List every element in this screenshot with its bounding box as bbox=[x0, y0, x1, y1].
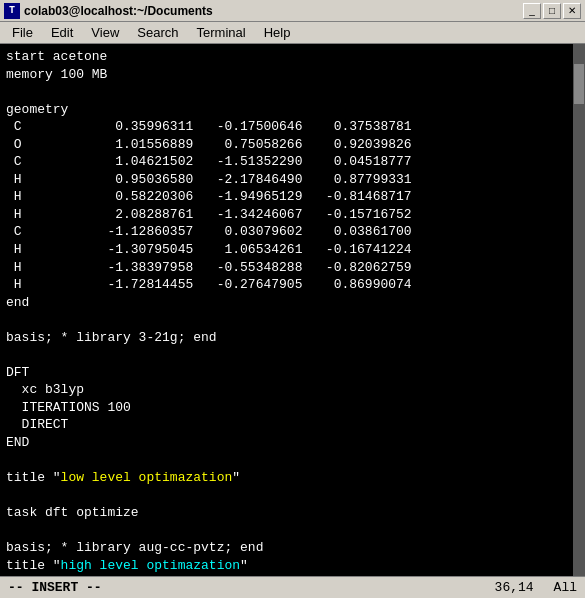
maximize-button[interactable]: □ bbox=[543, 3, 561, 19]
window-controls[interactable]: _ □ ✕ bbox=[523, 3, 581, 19]
menu-help[interactable]: Help bbox=[256, 23, 299, 43]
menu-file[interactable]: File bbox=[4, 23, 41, 43]
menu-terminal[interactable]: Terminal bbox=[189, 23, 254, 43]
window-title: colab03@localhost:~/Documents bbox=[24, 4, 213, 18]
title-bar-left: T colab03@localhost:~/Documents bbox=[4, 3, 213, 19]
editor-container: start acetone memory 100 MB geometry C 0… bbox=[0, 44, 585, 576]
close-button[interactable]: ✕ bbox=[563, 3, 581, 19]
scrollbar[interactable] bbox=[573, 44, 585, 576]
minimize-button[interactable]: _ bbox=[523, 3, 541, 19]
menu-bar: File Edit View Search Terminal Help bbox=[0, 22, 585, 44]
menu-edit[interactable]: Edit bbox=[43, 23, 81, 43]
menu-view[interactable]: View bbox=[83, 23, 127, 43]
menu-search[interactable]: Search bbox=[129, 23, 186, 43]
status-right: 36,14 All bbox=[495, 580, 577, 595]
app-icon: T bbox=[4, 3, 20, 19]
title-bar: T colab03@localhost:~/Documents _ □ ✕ bbox=[0, 0, 585, 22]
scroll-position: All bbox=[554, 580, 577, 595]
editor-content[interactable]: start acetone memory 100 MB geometry C 0… bbox=[0, 44, 573, 576]
vim-mode: -- INSERT -- bbox=[8, 580, 102, 595]
status-bar: -- INSERT -- 36,14 All bbox=[0, 576, 585, 598]
cursor-position: 36,14 bbox=[495, 580, 534, 595]
scrollbar-thumb[interactable] bbox=[574, 64, 584, 104]
